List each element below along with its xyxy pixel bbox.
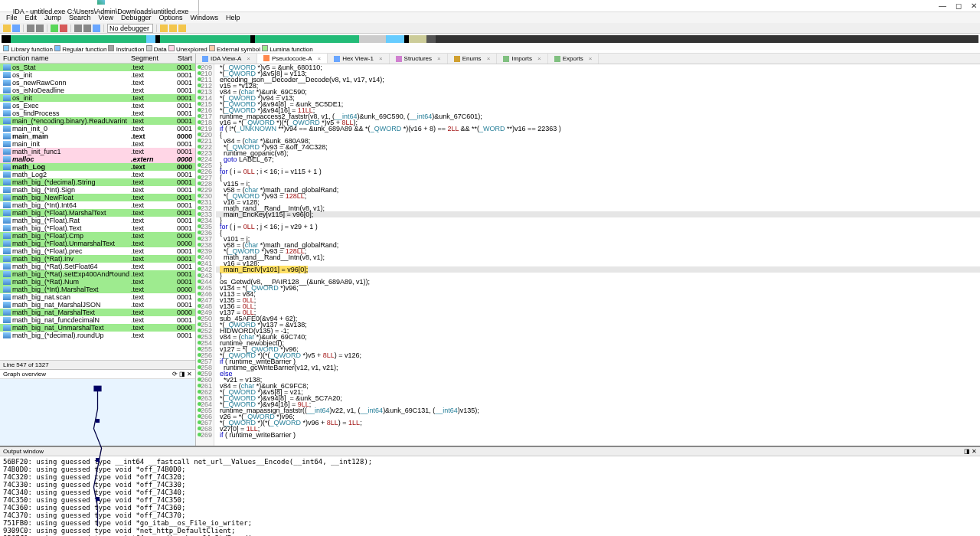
code-line[interactable]: if ( !*(_UNKNOWN **)v94 == &unk_689A89 &… [216,126,980,132]
function-row[interactable]: math_big_(*Rat).Inv.text0001 [0,255,195,263]
function-row[interactable]: math_big_(*decimal).String.text0001 [0,178,195,186]
menu-search[interactable]: Search [66,14,94,21]
code-line[interactable]: v84 = (char *)&unk_69C590; [216,89,980,95]
minimize-button[interactable]: — [939,2,946,10]
nav-segment[interactable] [2,35,11,43]
nav-segment[interactable] [359,35,386,43]
nav-segment[interactable] [160,35,224,43]
code-line[interactable]: v134 = *(_QWORD *)v96; [216,285,980,291]
tab-hex-view-1[interactable]: Hex View-1× [328,54,389,64]
code-line[interactable]: v113 = v84; [216,291,980,297]
code-line[interactable]: math_rand__Rand__Intn(v8, v1); [216,205,980,211]
close-button[interactable]: ✕ [971,2,977,10]
code-line[interactable]: *(_QWORD *)(*(_QWORD *)v96 + 8LL) = 1LL; [216,420,980,426]
open-icon[interactable] [3,25,11,32]
tab-pseudocode-a[interactable]: Pseudocode-A× [257,54,328,64]
function-row[interactable]: math_big_NewFloat.text0001 [0,194,195,201]
function-row[interactable]: math_big_(*Int).Sign.text0001 [0,186,195,194]
code-line[interactable]: v84 = (char *)&unk_680A98; [216,138,980,144]
function-row[interactable]: main_main.text0000 [0,132,195,140]
code-line[interactable]: v136 = 0LL; [216,303,980,309]
tab-close-icon[interactable]: × [537,55,541,62]
tab-ida-view-a[interactable]: IDA View-A× [196,54,257,64]
nav-segment[interactable] [409,35,423,43]
nav-segment[interactable] [426,35,436,43]
code-line[interactable]: else [216,371,980,377]
code-line[interactable]: main_EncIV[v101] = v96[0]; [216,266,980,273]
menu-view[interactable]: View [96,14,116,21]
menu-jump[interactable]: Jump [41,14,64,21]
function-row[interactable]: math_big_nat_funcdecimalN.text0001 [0,316,195,324]
code-line[interactable]: for ( j = 0LL ; j < 16; j = v29 + 1 ) [216,224,980,230]
code-line[interactable]: *(_QWORD *)v93 = &off_74C328; [216,144,980,150]
code-line[interactable]: *(_QWORD *)v93 = 128LL; [216,248,980,254]
step-over-icon[interactable] [169,25,177,32]
code-line[interactable]: *(_QWORD *)v5 = &unk_680110; [216,64,980,70]
maximize-button[interactable]: ◻ [956,2,962,10]
tab-enums[interactable]: Enums× [448,54,498,64]
code-line[interactable]: v84 = (char *)&unk_69C740; [216,334,980,340]
nav-segment[interactable] [707,35,843,43]
code-line[interactable]: { [216,175,980,181]
nav-segment[interactable] [571,35,707,43]
step-out-icon[interactable] [178,25,186,32]
code-line[interactable]: HIDWORD(v135) = -1; [216,328,980,334]
nav-segment[interactable] [255,35,269,43]
code-line[interactable]: } [216,162,980,168]
graph-controls[interactable]: ⟳ ◨ ✕ [172,371,192,377]
function-row[interactable]: math_big_(*Int).Int64.text0001 [0,201,195,209]
func-col-name[interactable]: Function name [3,54,131,62]
function-row[interactable]: math_big_(*Float).MarshalText.text0001 [0,209,195,217]
code-line[interactable]: main_EncKey[v115] = v96[0]; [216,211,980,217]
code-line[interactable]: v16 = v128; [216,199,980,205]
code-line[interactable]: *(_QWORD *)v137 = &v138; [216,322,980,328]
function-row[interactable]: math_big_nat.scan.text0001 [0,293,195,301]
function-row[interactable]: math_big_(*Float).Cmp.text0000 [0,232,195,240]
code-line[interactable]: runtime_gopanic(v8); [216,150,980,156]
function-row[interactable]: main_(*encoding.binary).ReadUvarint.text… [0,117,195,125]
nav-segment[interactable] [146,35,155,43]
code-line[interactable]: v16 = v128; [216,260,980,266]
code-line[interactable]: v58 = (char *)math_rand_globalRand; [216,187,980,193]
tab-exports[interactable]: Exports× [548,54,599,64]
code-line[interactable]: *(_QWORD *)&v94[8] = &unk_5C7A20; [216,395,980,401]
function-row[interactable]: math_big_(*Rat).SetFloat64.text0001 [0,263,195,270]
navigation-bar[interactable] [0,34,980,44]
code-line[interactable]: v137 = 0LL; [216,309,980,315]
code-line[interactable]: runtime_newobject(); [216,340,980,346]
code-line[interactable]: *(_QWORD *)(*(_QWORD *)v5 + 8LL) = v126; [216,352,980,358]
nav-segment[interactable] [47,35,101,43]
tab-close-icon[interactable]: × [437,55,441,62]
function-row[interactable]: math_big_(*Float).prec.text0001 [0,247,195,255]
stop-icon[interactable] [60,25,67,32]
menu-help[interactable]: Help [223,14,243,21]
nav-segment[interactable] [386,35,404,43]
save-icon[interactable] [12,25,20,32]
function-row[interactable]: main_init.text0001 [0,140,195,148]
function-row[interactable]: math_big_nat_MarshalText.text0000 [0,309,195,316]
code-line[interactable]: v84 = (char *)&unk_6C9FC8; [216,383,980,389]
code-line[interactable]: { [216,132,980,138]
nav-segment[interactable] [843,35,978,43]
code-line[interactable]: runtime_mapassign_faststr((__int64)v22, … [216,407,980,413]
nav-segment[interactable] [11,35,47,43]
nav-segment[interactable] [101,35,119,43]
graph-svg[interactable] [0,379,195,536]
text-view-icon[interactable] [74,25,82,32]
function-row[interactable]: malloc.extern0000 [0,155,195,163]
func-col-segment[interactable]: Segment [131,54,168,62]
function-row[interactable]: os_Exec.text0001 [0,102,195,109]
function-row[interactable]: math_big_(*Float).Rat.text0001 [0,217,195,224]
function-row[interactable]: math_big_(*Int).MarshalText.text0000 [0,286,195,293]
tab-close-icon[interactable]: × [247,55,250,62]
function-row[interactable]: math_big_(*decimal).roundUp.text0001 [0,332,195,339]
function-row[interactable]: main_init_0.text0001 [0,125,195,132]
function-row[interactable]: math_big_nat_UnmarshalText.text0000 [0,324,195,332]
graph-view-icon[interactable] [83,25,91,32]
nav-segment[interactable] [436,35,571,43]
run-icon[interactable] [51,25,58,32]
function-row[interactable]: math_big_nat_MarshalJSON.text0001 [0,301,195,309]
nav-segment[interactable] [269,35,359,43]
code-line[interactable]: if ( runtime_writeBarrier ) [216,432,980,438]
function-row[interactable]: math_big_(*Rat).setExp400AndRound.text00… [0,270,195,278]
